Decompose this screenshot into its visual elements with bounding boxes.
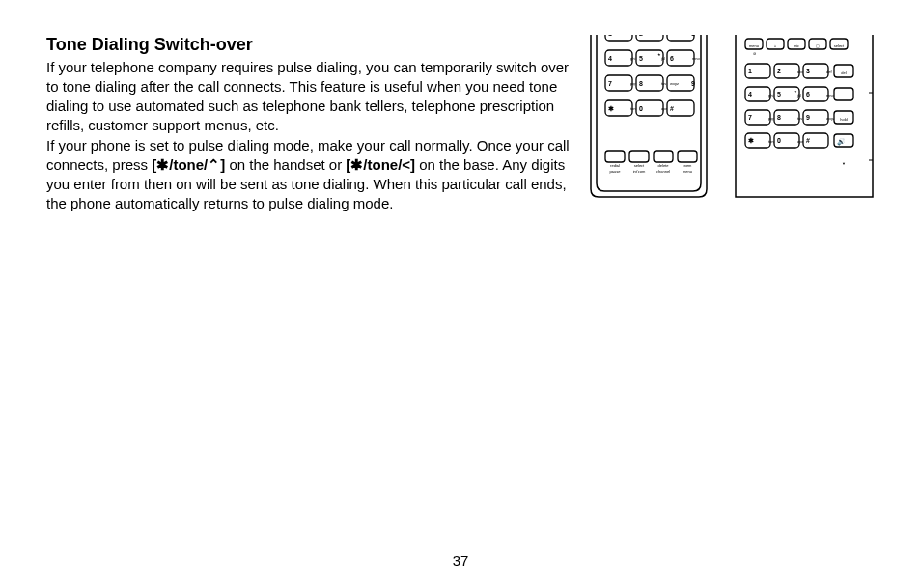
svg-rect-44 [678,151,697,162]
keypad-svg: 12abc3def4ghi5jkl★6mno7pqrs8tuv9wxyz✱ton… [585,35,875,201]
svg-rect-41 [654,151,673,162]
svg-text:tuv: tuv [661,81,666,86]
svg-text:⊘: ⊘ [753,51,756,56]
svg-text:✱: ✱ [748,137,754,144]
svg-text:4: 4 [748,91,752,98]
handset-key-label: [✱/tone/⌃] [152,156,225,173]
svg-text:✱: ✱ [608,105,614,112]
svg-text:tuv: tuv [797,116,802,121]
svg-text:7: 7 [608,80,612,87]
svg-text:6: 6 [806,91,810,98]
page-number: 37 [0,552,921,569]
svg-text:★: ★ [794,89,797,94]
document-page: 12abc3def4ghi5jkl★6mno7pqrs8tuv9wxyz✱ton… [0,0,921,588]
svg-text:3: 3 [806,68,810,74]
svg-text:mic: mic [794,43,799,48]
svg-text:redial: redial [610,163,620,168]
svg-rect-35 [605,151,625,162]
svg-text:6: 6 [670,55,674,62]
svg-text:select: select [634,163,645,168]
svg-text:▼: ▼ [842,161,846,166]
keypad-illustration: 12abc3def4ghi5jkl★6mno7pqrs8tuv9wxyz✱ton… [585,35,875,201]
svg-text:mno: mno [826,93,835,98]
svg-text:1: 1 [748,68,752,74]
svg-text:3: 3 [691,35,695,37]
svg-text:9: 9 [691,80,695,87]
svg-text:mem: mem [684,163,693,168]
svg-text:pause: pause [610,169,622,174]
svg-text:▢: ▢ [816,43,820,48]
svg-text:5: 5 [639,55,643,62]
svg-text:def: def [826,70,832,74]
svg-rect-80 [834,88,853,100]
svg-text:#: # [670,105,674,112]
svg-text:7: 7 [748,114,752,121]
svg-text:8: 8 [777,114,781,121]
svg-text:ghi: ghi [768,93,773,98]
svg-text:int'com: int'com [633,169,646,174]
svg-text:wxyz: wxyz [670,81,679,86]
svg-text:hold: hold [840,117,848,122]
base-key-label: [✱/tone/<] [346,156,415,173]
svg-text:0: 0 [777,137,781,144]
svg-text:2: 2 [777,68,781,74]
svg-text:9: 9 [806,114,810,121]
svg-text:4: 4 [608,55,612,62]
svg-text:ghi: ghi [630,56,635,61]
svg-text:5: 5 [777,91,781,98]
svg-text:del: del [841,70,846,75]
svg-text:★: ★ [657,52,661,57]
svg-text:8: 8 [639,80,643,87]
svg-text:menu: menu [683,169,692,174]
svg-text:1: 1 [608,35,612,37]
svg-text:2: 2 [639,35,643,37]
svg-text:mno: mno [692,56,701,61]
p2-text-b: on the handset or [225,156,346,173]
svg-rect-38 [629,151,649,162]
svg-text:delete: delete [658,163,670,168]
svg-text:def: def [670,35,676,36]
svg-text:channel: channel [656,169,670,174]
svg-text:#: # [806,137,810,144]
svg-text:select: select [834,43,845,48]
svg-text:🔊: 🔊 [837,137,846,146]
svg-text:menu: menu [749,43,759,48]
svg-text:0: 0 [639,105,643,112]
